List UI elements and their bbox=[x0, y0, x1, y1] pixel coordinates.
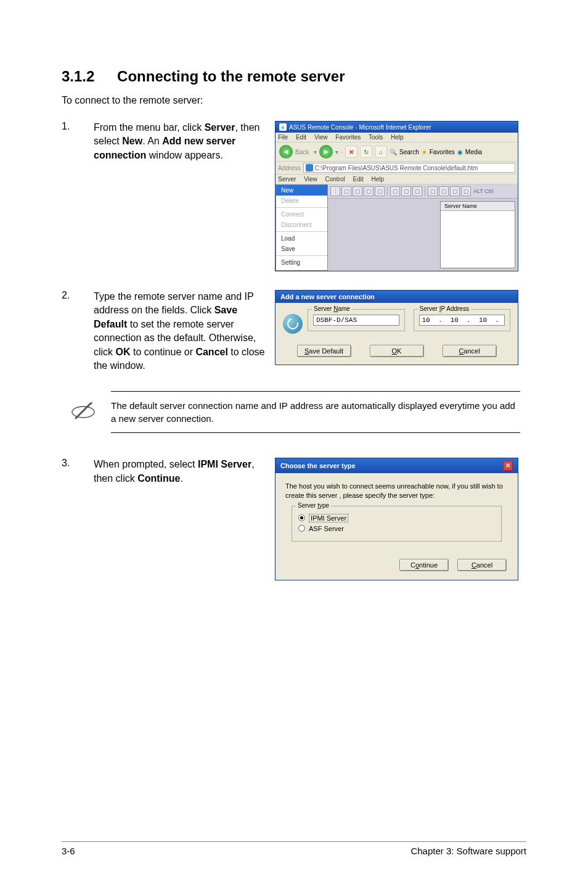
menu-edit[interactable]: Edit bbox=[296, 134, 306, 141]
media-label[interactable]: Media bbox=[465, 149, 482, 155]
step-2-text: Type the remote server name and IP addre… bbox=[94, 290, 266, 373]
menu-item-delete[interactable]: Delete bbox=[276, 196, 327, 206]
chapter-label: Chapter 3: Software support bbox=[410, 846, 526, 856]
favorites-icon[interactable]: ★ bbox=[422, 149, 427, 155]
radio-ipmi[interactable]: IPMI Server bbox=[298, 514, 495, 522]
server-menu-dropdown[interactable]: New Delete Connect Disconnect Load Save … bbox=[276, 184, 328, 271]
radio-asf-label: ASF Server bbox=[309, 525, 344, 532]
server-name-group: Server Name bbox=[308, 309, 405, 331]
menu-item-connect[interactable]: Connect bbox=[276, 209, 327, 220]
arc-menu-edit[interactable]: Edit bbox=[353, 176, 364, 183]
back-button-icon[interactable]: ◄ bbox=[279, 145, 293, 159]
radio-asf[interactable]: ASF Server bbox=[298, 525, 495, 532]
arc-menu-server[interactable]: Server bbox=[278, 176, 296, 183]
radio-icon bbox=[298, 525, 305, 532]
section-number: 3.1.2 bbox=[62, 68, 94, 85]
server-list-header: Server Name bbox=[441, 202, 515, 211]
note-text: The default server connection name and I… bbox=[111, 391, 520, 433]
ie-menubar[interactable]: File Edit View Favorites Tools Help bbox=[276, 133, 518, 142]
note-block: The default server connection name and I… bbox=[68, 391, 520, 433]
page-footer: 3-6 Chapter 3: Software support bbox=[62, 841, 526, 856]
toolbar-icon[interactable]: ▢ bbox=[401, 186, 411, 196]
step-1-number: 1. bbox=[62, 121, 85, 132]
svg-line-1 bbox=[76, 403, 91, 418]
server-type-group: Server type IPMI Server ASF Server bbox=[292, 506, 502, 542]
menu-view[interactable]: View bbox=[314, 134, 328, 141]
address-input[interactable]: C:\Program Files\ASUS\ASUS Remote Consol… bbox=[303, 163, 515, 173]
menu-separator bbox=[276, 255, 327, 256]
step-3: 3. When prompted, select IPMI Server, th… bbox=[62, 458, 526, 580]
ie-toolbar: ◄ Back ▾ ► ▾ · ✕ ↻ ⌂ 🔍 Search ★ Favorite… bbox=[276, 142, 518, 162]
media-icon[interactable]: ◉ bbox=[457, 149, 463, 155]
forward-button-icon[interactable]: ► bbox=[319, 145, 333, 159]
menu-separator bbox=[276, 231, 327, 232]
menu-item-save[interactable]: Save bbox=[276, 244, 327, 254]
cancel-button[interactable]: Cancel bbox=[457, 559, 507, 571]
arc-menu-help[interactable]: Help bbox=[372, 176, 385, 183]
favorites-label[interactable]: Favorites bbox=[430, 149, 455, 155]
menu-help[interactable]: Help bbox=[391, 134, 404, 141]
menu-item-load[interactable]: Load bbox=[276, 233, 327, 244]
server-name-label: Server Name bbox=[312, 305, 352, 312]
home-icon[interactable]: ⌂ bbox=[375, 146, 387, 158]
section-heading: 3.1.2 Connecting to the remote server bbox=[62, 68, 526, 85]
server-list-panel: Server Name bbox=[440, 201, 515, 268]
screenshot-ie-window: e ASUS Remote Console - Microsoft Intern… bbox=[275, 121, 518, 271]
search-icon[interactable]: 🔍 bbox=[390, 149, 397, 155]
toolbar-icon[interactable]: ▢ bbox=[364, 186, 374, 196]
search-label[interactable]: Search bbox=[399, 149, 419, 155]
screenshot-add-connection-dialog: Add a new server connection Server Name … bbox=[275, 290, 518, 365]
menu-separator bbox=[276, 207, 327, 208]
continue-button[interactable]: Continue bbox=[399, 559, 449, 571]
server-ip-input[interactable] bbox=[419, 315, 505, 326]
toolbar-icon[interactable]: ▢ bbox=[461, 186, 471, 196]
stop-icon[interactable]: ✕ bbox=[345, 146, 357, 158]
menu-favorites[interactable]: Favorites bbox=[335, 134, 361, 141]
toolbar-icon[interactable]: ▢ bbox=[412, 186, 422, 196]
server-ip-label: Server IP Address bbox=[418, 305, 471, 312]
toolbar-icon[interactable]: ▢ bbox=[439, 186, 449, 196]
refresh-icon[interactable]: ↻ bbox=[360, 146, 372, 158]
arc-menu-view[interactable]: View bbox=[304, 176, 317, 183]
arc-menu-control[interactable]: Control bbox=[325, 176, 345, 183]
toolbar-icon[interactable]: ▢ bbox=[375, 186, 385, 196]
ie-logo-icon: e bbox=[279, 123, 287, 131]
toolbar-icon[interactable]: ▢ bbox=[353, 186, 362, 196]
dialog-title: Add a new server connection bbox=[276, 291, 518, 303]
page-number: 3-6 bbox=[62, 846, 75, 856]
toolbar-icon[interactable]: ▢ bbox=[390, 186, 400, 196]
toolbar-icon[interactable]: ▢ bbox=[450, 186, 460, 196]
back-button-label[interactable]: Back bbox=[295, 149, 309, 155]
note-icon bbox=[68, 400, 99, 424]
menu-item-setting[interactable]: Setting bbox=[276, 257, 327, 268]
arc-menubar[interactable]: Server View Control Edit Help bbox=[276, 175, 518, 184]
grip-icon: ⋮ bbox=[330, 186, 340, 196]
screenshot-choose-server-type-dialog: Choose the server type ✕ The host you wi… bbox=[275, 458, 518, 580]
toolbar-separator bbox=[387, 186, 388, 196]
toolbar-icon[interactable]: ▢ bbox=[341, 186, 351, 196]
step-3-text: When prompted, select IPMI Server, then … bbox=[94, 458, 266, 485]
close-icon[interactable]: ✕ bbox=[503, 461, 513, 471]
dialog3-title: Choose the server type bbox=[280, 462, 356, 469]
ok-button[interactable]: OK bbox=[370, 345, 424, 357]
intro-text: To connect to the remote server: bbox=[62, 95, 526, 106]
cancel-button[interactable]: Cancel bbox=[443, 345, 497, 357]
alt-ctrl-label: ALT Ctrl bbox=[473, 188, 493, 194]
menu-item-new[interactable]: New bbox=[276, 185, 327, 196]
toolbar-icon[interactable]: ▢ bbox=[428, 186, 438, 196]
menu-tools[interactable]: Tools bbox=[369, 134, 383, 141]
toolbar-separator bbox=[425, 186, 425, 196]
connection-icon bbox=[283, 314, 303, 334]
step-1-text: From the menu bar, click Server, then se… bbox=[94, 121, 266, 162]
save-default-button[interactable]: Save Default bbox=[297, 345, 351, 357]
dialog3-titlebar: Choose the server type ✕ bbox=[276, 458, 518, 473]
step-3-number: 3. bbox=[62, 458, 85, 469]
server-name-input[interactable] bbox=[313, 315, 399, 326]
step-1: 1. From the menu bar, click Server, then… bbox=[62, 121, 526, 271]
address-bar: Address C:\Program Files\ASUS\ASUS Remot… bbox=[276, 162, 518, 175]
menu-item-disconnect[interactable]: Disconnect bbox=[276, 220, 327, 230]
window-title: ASUS Remote Console - Microsoft Internet… bbox=[289, 124, 431, 131]
menu-file[interactable]: File bbox=[278, 134, 288, 141]
radio-icon bbox=[298, 514, 305, 521]
server-ip-group: Server IP Address bbox=[414, 309, 511, 331]
